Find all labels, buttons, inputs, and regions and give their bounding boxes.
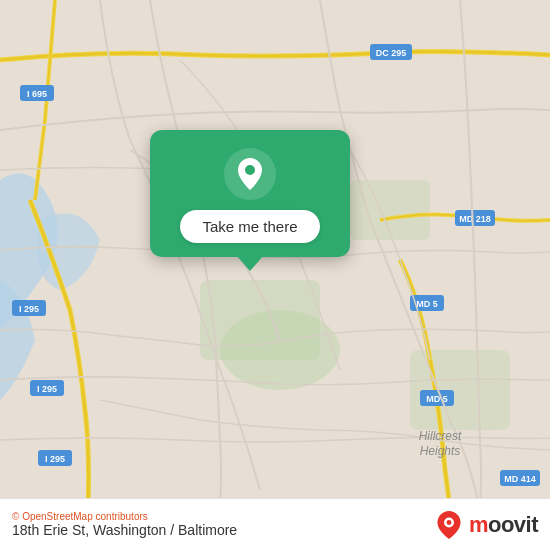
svg-text:Heights: Heights <box>420 444 461 458</box>
svg-text:MD 5: MD 5 <box>416 299 438 309</box>
bottom-info: © OpenStreetMap contributors 18th Erie S… <box>12 511 237 538</box>
svg-text:Hillcrest: Hillcrest <box>419 429 462 443</box>
moovit-logo: moovit <box>435 511 538 539</box>
svg-point-4 <box>220 310 340 390</box>
location-text: 18th Erie St, Washington / Baltimore <box>12 522 237 538</box>
moovit-wordmark: moovit <box>469 512 538 538</box>
bottom-bar: © OpenStreetMap contributors 18th Erie S… <box>0 498 550 550</box>
svg-text:I 695: I 695 <box>27 89 47 99</box>
copyright-text: © OpenStreetMap contributors <box>12 511 237 522</box>
svg-text:I 295: I 295 <box>19 304 39 314</box>
svg-point-26 <box>245 165 255 175</box>
svg-text:DC 295: DC 295 <box>376 48 407 58</box>
map-background: DC 295 I 695 I 295 I 295 I 295 MD 218 MD… <box>0 0 550 550</box>
svg-text:MD 414: MD 414 <box>504 474 536 484</box>
map-container: DC 295 I 695 I 295 I 295 I 295 MD 218 MD… <box>0 0 550 550</box>
svg-text:I 295: I 295 <box>45 454 65 464</box>
take-me-there-button[interactable]: Take me there <box>180 210 319 243</box>
moovit-pin-icon <box>435 511 463 539</box>
svg-text:MD 5: MD 5 <box>426 394 448 404</box>
popup-card: Take me there <box>150 130 350 257</box>
svg-text:MD 218: MD 218 <box>459 214 491 224</box>
svg-point-28 <box>446 520 451 525</box>
location-pin-icon <box>224 148 276 200</box>
svg-text:I 295: I 295 <box>37 384 57 394</box>
